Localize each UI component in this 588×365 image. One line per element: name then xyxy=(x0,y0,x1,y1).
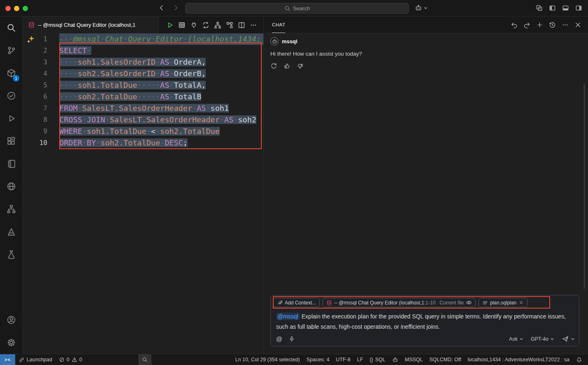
activity-bar: 1 xyxy=(0,16,23,354)
encoding-button[interactable]: UTF-8 xyxy=(332,354,353,365)
editor-tab[interactable]: -- @mssql Chat Query Editor (localhost,1 xyxy=(23,16,159,33)
code-token: · xyxy=(151,35,156,43)
sqlcmd-status-button[interactable]: SQLCMD: Off xyxy=(426,354,465,365)
toggle-secondary-sidebar-button[interactable] xyxy=(575,5,582,12)
thumbs-down-button[interactable] xyxy=(297,63,304,70)
object-explorer-button[interactable] xyxy=(0,198,23,220)
notifications-button[interactable] xyxy=(573,354,586,365)
settings-button[interactable] xyxy=(0,331,23,354)
editor-more-actions-button[interactable] xyxy=(250,21,257,29)
status-search-button[interactable] xyxy=(138,354,151,365)
code-token: ···· xyxy=(59,81,78,89)
plan-file-chip[interactable]: plan.sqlplan xyxy=(479,298,528,307)
code-token: · xyxy=(156,58,160,66)
activity-search-button[interactable] xyxy=(0,16,23,39)
remote-indicator-button[interactable]: >< xyxy=(0,354,15,365)
chat-panel-header: CHAT xyxy=(264,16,588,33)
split-editor-button[interactable] xyxy=(238,21,245,29)
forward-button[interactable] xyxy=(172,4,179,12)
query-plan-button[interactable] xyxy=(226,21,233,29)
chat-history-button[interactable] xyxy=(549,21,556,28)
indentation-button[interactable]: Spaces: 4 xyxy=(303,354,333,365)
chat-panel-tab[interactable]: CHAT xyxy=(272,16,285,33)
change-connection-button[interactable] xyxy=(202,21,209,29)
code-line[interactable]: 1--·@mssql·Chat·Query·Editor·(localhost,… xyxy=(23,33,263,45)
code-line[interactable]: 3····soh1.SalesOrderID·AS·OrderA, xyxy=(23,56,263,68)
disconnect-plug-button[interactable] xyxy=(190,21,198,29)
package-explorer-button[interactable]: 1 xyxy=(0,62,23,84)
problems-button[interactable]: 0 0 xyxy=(56,354,86,365)
regenerate-button[interactable] xyxy=(270,63,277,70)
copilot-icon xyxy=(392,357,398,363)
code-token: JOIN xyxy=(87,115,105,124)
eye-icon[interactable] xyxy=(466,299,472,306)
thumbs-up-button[interactable] xyxy=(284,63,291,70)
account-button[interactable] xyxy=(0,309,23,331)
flask-button[interactable] xyxy=(0,243,23,266)
web-globe-button[interactable] xyxy=(0,175,23,198)
run-query-button[interactable] xyxy=(166,21,174,29)
code-line[interactable]: 7FROM·SalesLT.SalesOrderHeader·AS·soh1 xyxy=(23,103,263,114)
results-grid-button[interactable] xyxy=(178,21,186,29)
code-line[interactable]: 4····soh2.SalesOrderID·AS·OrderB, xyxy=(23,68,263,80)
remove-attachment-icon[interactable] xyxy=(518,300,524,305)
chat-close-button[interactable] xyxy=(574,21,581,28)
copilot-status-button[interactable] xyxy=(389,354,402,365)
code-token: · xyxy=(96,138,100,147)
braces-icon: {} xyxy=(370,357,373,363)
add-context-button[interactable]: Add Context... xyxy=(273,298,320,307)
toggle-panel-button[interactable] xyxy=(562,5,569,12)
copilot-menu-button[interactable] xyxy=(415,4,428,12)
chat-undo-button[interactable] xyxy=(511,21,518,28)
code-line[interactable]: 2SELECT· xyxy=(23,45,263,56)
code-line[interactable]: 6····soh2.TotalDue·····AS·TotalB xyxy=(23,91,263,103)
toggle-primary-sidebar-button[interactable] xyxy=(549,5,556,12)
mic-button[interactable] xyxy=(288,336,295,342)
azure-button[interactable] xyxy=(0,220,23,243)
chat-redo-button[interactable] xyxy=(523,21,530,28)
mode-picker-dropdown[interactable]: Ask xyxy=(509,336,523,342)
code-line[interactable]: 9WHERE·soh1.TotalDue·<·soh2.TotalDue xyxy=(23,126,263,137)
new-chat-button[interactable] xyxy=(536,21,543,28)
language-mode-button[interactable]: {}SQL xyxy=(366,354,388,365)
attached-file-chip[interactable]: -- @mssql Chat Query Editor (localhost,1… xyxy=(323,298,476,307)
send-button[interactable] xyxy=(562,335,575,342)
code-token: DESC xyxy=(165,138,183,147)
code-line[interactable]: 8CROSS·JOIN·SalesLT.SalesOrderHeader·AS·… xyxy=(23,114,263,126)
command-center-search[interactable]: Search xyxy=(185,3,409,14)
editor-tab-bar: -- @mssql Chat Query Editor (localhost,1 xyxy=(23,16,263,33)
connection-status-button[interactable]: localhost,1434 : AdventureWorksLT2022 : … xyxy=(464,354,573,365)
copilot-sparkle-icon[interactable] xyxy=(26,35,35,44)
source-control-button[interactable] xyxy=(0,39,23,62)
chat-scrollbar[interactable] xyxy=(583,83,585,289)
launchpad-button[interactable]: Launchpad xyxy=(15,354,56,365)
zoom-window-button[interactable] xyxy=(23,6,28,11)
chat-more-button[interactable] xyxy=(562,21,569,28)
cursor-position-button[interactable]: Ln 10, Col 29 (354 selected) xyxy=(232,354,303,365)
code-editor[interactable]: 1--·@mssql·Chat·Query·Editor·(localhost,… xyxy=(23,33,263,354)
send-icon xyxy=(562,335,569,342)
schema-button[interactable] xyxy=(214,21,221,29)
extensions-button[interactable] xyxy=(0,130,23,152)
run-debug-button[interactable] xyxy=(0,107,23,130)
code-line[interactable]: 10ORDER·BY·soh2.TotalDue·DESC; xyxy=(23,137,263,149)
model-picker-dropdown[interactable]: GPT-4o xyxy=(531,336,554,342)
code-token: AS xyxy=(197,104,206,112)
minimize-window-button[interactable] xyxy=(14,6,19,11)
close-window-button[interactable] xyxy=(5,6,11,11)
code-token: · xyxy=(78,104,82,112)
back-button[interactable] xyxy=(158,4,165,12)
notebook-button[interactable] xyxy=(0,152,23,175)
code-line-text: ····soh2.TotalDue·····AS·TotalB xyxy=(47,91,263,103)
eol-button[interactable]: LF xyxy=(354,354,367,365)
task-check-button[interactable] xyxy=(0,84,23,107)
customize-layout-button[interactable] xyxy=(536,5,543,12)
window-controls xyxy=(5,6,28,11)
mention-button[interactable]: @ xyxy=(276,336,282,342)
selection-highlight: ORDER·BY·soh2.TotalDue·DESC; xyxy=(59,138,188,147)
selection-highlight: CROSS·JOIN·SalesLT.SalesOrderHeader·AS·s… xyxy=(59,115,256,124)
code-line[interactable]: 5····soh1.TotalDue·····AS·TotalA, xyxy=(23,80,263,91)
chat-input[interactable]: @mssqlExplain the execution plan for the… xyxy=(273,307,576,334)
mention-chip[interactable]: @mssql xyxy=(276,313,300,320)
mssql-status-button[interactable]: MSSQL xyxy=(402,354,426,365)
